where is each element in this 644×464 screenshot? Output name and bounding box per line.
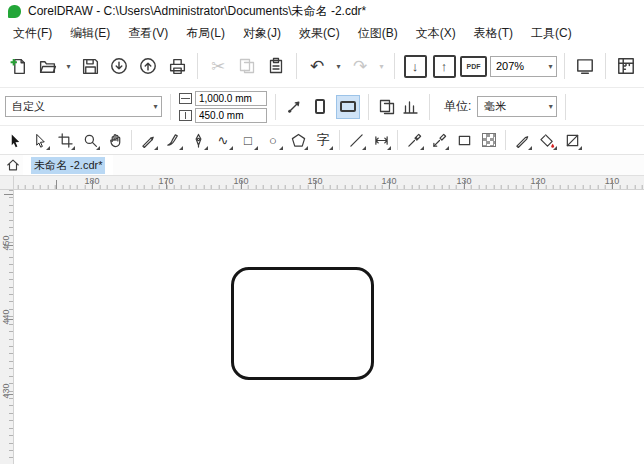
- landscape-icon: [340, 101, 356, 112]
- rectangle-tool[interactable]: □: [236, 128, 260, 152]
- cloud-open-button[interactable]: [106, 53, 132, 79]
- current-page-button[interactable]: [401, 94, 421, 120]
- paste-button[interactable]: [263, 53, 289, 79]
- hruler-label: 180: [84, 176, 99, 186]
- redo-button[interactable]: ↷: [347, 53, 373, 79]
- property-bar: 自定义 ▾ 单位: 毫米: [0, 88, 644, 126]
- titlebar: CorelDRAW - C:\Users\Administrator\Docum…: [0, 0, 644, 22]
- page-preset-combobox[interactable]: 自定义 ▾: [5, 96, 162, 117]
- coreldraw-window: CorelDRAW - C:\Users\Administrator\Docum…: [0, 0, 644, 464]
- portrait-icon: [315, 99, 325, 114]
- document-tab[interactable]: 未命名 -2.cdr*: [23, 155, 113, 175]
- new-document-button[interactable]: [5, 53, 31, 79]
- pdf-icon: PDF: [460, 56, 487, 77]
- page-width-input[interactable]: [195, 91, 267, 106]
- vruler-label: 450: [1, 232, 11, 254]
- outline-pen-tool[interactable]: [510, 128, 534, 152]
- horizontal-ruler[interactable]: 180 170 160 150 140 130 120 110: [14, 176, 644, 190]
- menu-file[interactable]: 文件(F): [4, 22, 61, 45]
- window-title: CorelDRAW - C:\Users\Administrator\Docum…: [28, 3, 366, 20]
- page-preset-value: 自定义: [6, 99, 150, 114]
- rounded-rectangle-shape[interactable]: [231, 267, 374, 380]
- eyedropper-tool[interactable]: [402, 128, 426, 152]
- hruler-label: 150: [307, 176, 322, 186]
- menu-table[interactable]: 表格(T): [465, 22, 522, 45]
- show-rulers-button[interactable]: [613, 53, 639, 79]
- page-preset-caret[interactable]: ▾: [150, 97, 161, 116]
- print-button[interactable]: [164, 53, 190, 79]
- interactive-frame-tool[interactable]: [452, 128, 476, 152]
- interactive-fill-tool[interactable]: [560, 128, 584, 152]
- vruler-label: 440: [1, 306, 11, 328]
- export-arrow-icon: ↑: [433, 55, 456, 78]
- open-button[interactable]: [34, 53, 60, 79]
- page-width-icon: [179, 93, 192, 104]
- redo-flyout-caret[interactable]: ▾: [376, 53, 387, 79]
- drawing-canvas[interactable]: [14, 190, 644, 464]
- page-dimensions-group: [179, 91, 267, 123]
- app-logo-icon: [8, 5, 21, 18]
- menu-bitmaps[interactable]: 位图(B): [349, 22, 407, 45]
- pen-tool[interactable]: [186, 128, 210, 152]
- attributes-eyedropper-tool[interactable]: [427, 128, 451, 152]
- transparency-tool[interactable]: [477, 128, 501, 152]
- undo-flyout-caret[interactable]: ▾: [333, 53, 344, 79]
- cloud-save-button[interactable]: [135, 53, 161, 79]
- units-combobox[interactable]: 毫米 ▾: [477, 96, 557, 117]
- publish-to-pdf-button[interactable]: PDF: [460, 53, 487, 79]
- menu-effects[interactable]: 效果(C): [290, 22, 349, 45]
- fill-tool[interactable]: [535, 128, 559, 152]
- text-tool[interactable]: 字: [311, 128, 335, 152]
- polygon-tool[interactable]: [286, 128, 310, 152]
- hruler-label: 110: [605, 176, 619, 186]
- page-height-input[interactable]: [195, 108, 267, 123]
- landscape-button[interactable]: [336, 95, 360, 119]
- hruler-label: 130: [456, 176, 471, 186]
- artistic-media-tool[interactable]: [161, 128, 185, 152]
- cut-button[interactable]: ✂: [205, 53, 231, 79]
- menu-edit[interactable]: 编辑(E): [61, 22, 119, 45]
- pick-tool[interactable]: [3, 128, 27, 152]
- document-tab-bar: 未命名 -2.cdr*: [0, 155, 644, 176]
- undo-button[interactable]: ↶: [304, 53, 330, 79]
- import-button[interactable]: ↓: [402, 53, 428, 79]
- pan-tool[interactable]: [103, 128, 127, 152]
- vertical-ruler[interactable]: 450 440 430: [0, 190, 14, 464]
- all-pages-button[interactable]: [377, 94, 397, 120]
- dimension-tool[interactable]: [369, 128, 393, 152]
- welcome-home-button[interactable]: [3, 156, 23, 174]
- zoom-level-input[interactable]: [491, 60, 545, 72]
- units-caret[interactable]: ▾: [545, 97, 556, 116]
- units-label: 单位:: [444, 98, 471, 115]
- standard-toolbar: ▾ ✂ ↶ ▾ ↷ ▾ ↓ ↑ PDF ▾: [0, 45, 644, 88]
- zoom-level-combobox[interactable]: ▾: [490, 56, 557, 77]
- portrait-button[interactable]: [308, 95, 332, 119]
- shape-tool[interactable]: [28, 128, 52, 152]
- ruler-origin-button[interactable]: [0, 176, 14, 190]
- page-height-icon: [179, 110, 192, 121]
- menu-tools[interactable]: 工具(C): [522, 22, 581, 45]
- hruler-label: 170: [158, 176, 173, 186]
- units-value: 毫米: [478, 99, 545, 114]
- crop-tool[interactable]: [53, 128, 77, 152]
- open-flyout-caret[interactable]: ▾: [63, 53, 74, 79]
- menubar: 文件(F) 编辑(E) 查看(V) 布局(L) 对象(J) 效果(C) 位图(B…: [0, 22, 644, 45]
- drawing-scale-button[interactable]: [284, 94, 304, 120]
- ellipse-tool[interactable]: ○: [261, 128, 285, 152]
- copy-button[interactable]: [234, 53, 260, 79]
- save-button[interactable]: [77, 53, 103, 79]
- menu-view[interactable]: 查看(V): [119, 22, 177, 45]
- menu-text[interactable]: 文本(X): [407, 22, 465, 45]
- menu-layout[interactable]: 布局(L): [177, 22, 234, 45]
- menu-object[interactable]: 对象(J): [234, 22, 290, 45]
- bezier-tool[interactable]: ∿: [211, 128, 235, 152]
- zoom-level-caret[interactable]: ▾: [545, 57, 556, 76]
- fullscreen-preview-button[interactable]: [572, 53, 598, 79]
- toolbox: ∿ □ ○ 字: [0, 126, 644, 155]
- line-tool[interactable]: [344, 128, 368, 152]
- document-tab-label: 未命名 -2.cdr*: [31, 157, 105, 174]
- freehand-tool[interactable]: [136, 128, 160, 152]
- zoom-tool[interactable]: [78, 128, 102, 152]
- export-button[interactable]: ↑: [431, 53, 457, 79]
- hruler-label: 120: [530, 176, 545, 186]
